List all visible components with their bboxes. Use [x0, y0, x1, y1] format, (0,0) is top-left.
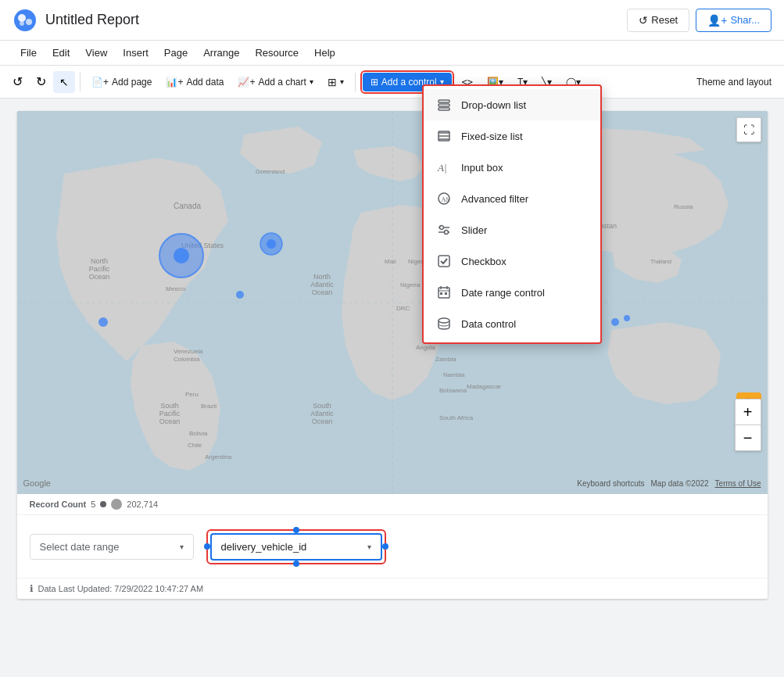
cursor-button[interactable]: ↖ [53, 71, 75, 93]
input-box-icon: A| [436, 159, 452, 175]
checkbox-label: Checkbox [461, 256, 507, 267]
add-data-button[interactable]: 📊+ Add data [159, 73, 230, 91]
svg-point-53 [267, 239, 276, 249]
date-range-control[interactable]: Select date range ▾ [30, 534, 194, 560]
menu-edit[interactable]: Edit [45, 44, 77, 62]
add-page-icon: 📄+ [91, 77, 109, 88]
advanced-filter-icon: Aδ [436, 191, 452, 206]
menu-resource[interactable]: Resource [247, 44, 306, 62]
slider-icon [436, 222, 452, 238]
menu-help[interactable]: Help [306, 44, 343, 62]
svg-text:DRC: DRC [396, 305, 410, 312]
map-fullscreen-button[interactable]: ⛶ [736, 117, 761, 142]
theme-layout-label[interactable]: Theme and layout [690, 73, 778, 91]
svg-text:Brazil: Brazil [201, 403, 217, 410]
svg-rect-78 [440, 292, 442, 295]
svg-text:Pacific: Pacific [88, 265, 109, 273]
svg-text:Atlantic: Atlantic [310, 281, 334, 288]
menu-item-advanced-filter[interactable]: Aδ Advanced filter [424, 183, 600, 214]
record-count-bar: Record Count 5 202,714 [17, 494, 768, 515]
undo-button[interactable]: ↺ [6, 71, 28, 93]
menu-insert[interactable]: Insert [115, 44, 156, 62]
menu-arrange[interactable]: Arrange [195, 44, 247, 62]
svg-point-71 [440, 226, 444, 230]
add-chart-icon: 📈+ [238, 77, 255, 88]
dropdown-list-icon [436, 97, 452, 113]
app-title: Untitled Report [45, 12, 619, 28]
svg-rect-79 [445, 292, 447, 295]
menu-item-date-range[interactable]: Date range control [424, 277, 600, 308]
svg-text:A|: A| [437, 162, 447, 174]
fixed-size-list-icon [436, 128, 452, 144]
slider-label: Slider [461, 224, 487, 236]
record-count-label: Record Count [30, 500, 87, 509]
svg-text:Zambia: Zambia [435, 356, 456, 363]
layout-toggle-button[interactable]: ⊞ ▾ [321, 72, 350, 92]
add-data-icon: 📊+ [166, 77, 183, 88]
reset-button[interactable]: ↺ Reset [627, 9, 689, 32]
legend-dot-large [111, 499, 122, 510]
svg-text:Russia: Russia [674, 203, 693, 210]
dropdown-input-control[interactable]: delivery_vehicle_id ▾ [210, 533, 382, 561]
svg-text:South: South [160, 402, 179, 410]
legend-dot-small [100, 501, 106, 507]
footer: ℹ Data Last Updated: 7/29/2022 10:47:27 … [17, 578, 768, 599]
menu-item-slider[interactable]: Slider [424, 214, 600, 245]
toolbar: ↺ ↻ ↖ 📄+ Add page 📊+ Add data 📈+ Add a c… [0, 66, 784, 99]
svg-text:Mali: Mali [385, 258, 396, 265]
fixed-size-list-label: Fixed-size list [461, 131, 523, 142]
date-range-arrow: ▾ [180, 543, 184, 551]
add-control-icon: ⊞ [371, 77, 378, 88]
dropdown-control-wrapper: delivery_vehicle_id ▾ [206, 529, 386, 564]
chart-dropdown-icon: ▾ [310, 77, 313, 86]
menu-item-dropdown-list[interactable]: Drop-down list [424, 89, 600, 120]
map-area: North Pacific Ocean North Atlantic Ocean… [17, 111, 768, 494]
share-button[interactable]: 👤+ Shar... [696, 9, 771, 32]
add-page-button[interactable]: 📄+ Add page [85, 73, 158, 91]
svg-text:North: North [313, 273, 330, 281]
data-control-icon [436, 316, 452, 331]
add-chart-button[interactable]: 📈+ Add a chart ▾ [231, 73, 319, 91]
main-content: North Pacific Ocean North Atlantic Ocean… [0, 99, 784, 677]
svg-rect-61 [439, 108, 449, 110]
world-map: North Pacific Ocean North Atlantic Ocean… [17, 111, 768, 494]
svg-text:South Africa: South Africa [439, 414, 474, 421]
google-logo: Google [23, 478, 51, 488]
record-count-value: 5 [91, 500, 95, 509]
map-zoom-controls: + − [735, 399, 761, 451]
svg-text:Venezuela: Venezuela [174, 348, 203, 355]
svg-rect-73 [439, 256, 449, 267]
svg-text:Madagascar: Madagascar [467, 383, 501, 390]
handle-right-center [382, 543, 388, 550]
dropdown-list-label: Drop-down list [461, 99, 526, 111]
svg-text:Niger: Niger [408, 258, 423, 265]
menu-file[interactable]: File [13, 44, 45, 62]
svg-point-56 [624, 315, 630, 321]
svg-text:Ocean: Ocean [159, 417, 180, 425]
svg-text:Thailand: Thailand [650, 259, 671, 264]
svg-text:Greenland: Greenland [256, 168, 285, 175]
svg-text:Botswana: Botswana [439, 387, 467, 394]
menu-view[interactable]: View [77, 44, 115, 62]
zoom-out-button[interactable]: − [736, 425, 761, 450]
dropdown-value: delivery_vehicle_id [221, 541, 307, 553]
menu-page[interactable]: Page [156, 44, 195, 62]
svg-text:Colombia: Colombia [174, 356, 200, 363]
zoom-in-button[interactable]: + [736, 399, 761, 424]
map-attribution: Keyboard shortcuts Map data ©2022 Terms … [577, 479, 761, 488]
menu-item-fixed-size-list[interactable]: Fixed-size list [424, 120, 600, 152]
svg-text:Argentina: Argentina [205, 453, 232, 460]
menu-item-checkbox[interactable]: Checkbox [424, 245, 600, 277]
input-box-label: Input box [461, 162, 503, 174]
svg-text:Nambia: Nambia [443, 371, 465, 378]
redo-button[interactable]: ↻ [30, 71, 52, 93]
menu-item-input-box[interactable]: A| Input box [424, 152, 600, 183]
svg-text:Ocean: Ocean [311, 288, 332, 296]
svg-rect-59 [439, 100, 449, 102]
svg-point-2 [26, 19, 32, 25]
svg-text:Atlantic: Atlantic [310, 410, 334, 417]
info-icon: ℹ [30, 583, 34, 594]
svg-point-80 [439, 318, 449, 323]
handle-left-center [204, 543, 210, 550]
menu-item-data-control[interactable]: Data control [424, 308, 600, 339]
